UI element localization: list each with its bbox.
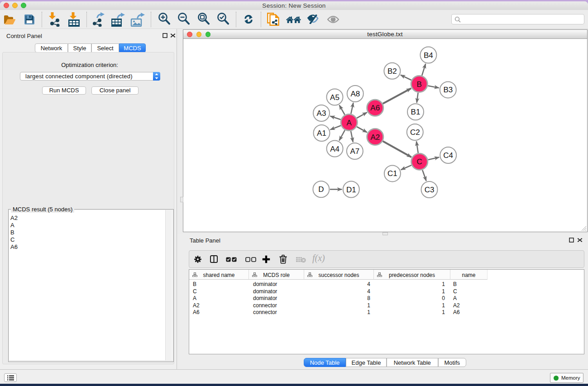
- svg-text:A3: A3: [316, 109, 326, 118]
- svg-text:B1: B1: [411, 108, 420, 116]
- svg-text:A8: A8: [350, 90, 360, 98]
- svg-text:B3: B3: [443, 86, 453, 94]
- svg-text:C: C: [416, 157, 422, 166]
- svg-text:B: B: [416, 80, 421, 88]
- svg-text:A5: A5: [330, 93, 339, 101]
- svg-text:A7: A7: [350, 147, 359, 156]
- svg-text:B2: B2: [387, 67, 397, 75]
- svg-text:A2: A2: [370, 133, 380, 141]
- svg-text:C3: C3: [424, 186, 434, 194]
- svg-text:D: D: [318, 185, 324, 194]
- svg-text:C1: C1: [387, 169, 397, 178]
- svg-text:A1: A1: [317, 129, 326, 138]
- svg-text:C2: C2: [410, 128, 420, 137]
- svg-text:A: A: [346, 118, 352, 127]
- svg-text:B4: B4: [424, 51, 433, 59]
- svg-text:C4: C4: [443, 151, 453, 160]
- svg-text:A6: A6: [370, 104, 380, 112]
- svg-text:A4: A4: [330, 144, 339, 153]
- svg-text:D1: D1: [346, 185, 356, 194]
